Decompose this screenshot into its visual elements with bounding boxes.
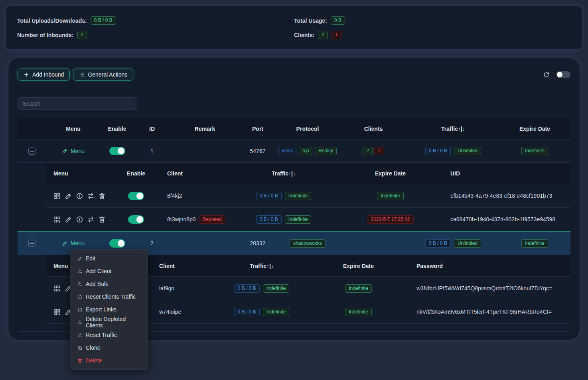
menu-lines-icon xyxy=(79,72,85,77)
stat-badge-usage: 0 B xyxy=(331,16,345,25)
client-uid: efb14b43-4a79-4e83-ef18-e48cf1901b73 xyxy=(450,193,552,199)
inbound-1-port: 54767 xyxy=(250,148,266,154)
stat-number-of-inbounds: Number of Inbounds: 2 xyxy=(17,31,294,39)
stat-badge-clients-active: 2 xyxy=(318,31,328,39)
inbound-2-enable-toggle[interactable] xyxy=(109,239,125,248)
header-client-traffic-sort[interactable]: Traffic↑|↓ xyxy=(226,163,341,184)
menu-item-label: Add Bulk xyxy=(86,281,108,287)
header-menu: Menu xyxy=(46,118,100,139)
menu-item-clone[interactable]: Clone xyxy=(70,341,148,354)
client-traffic-limit-badge: Indefinite xyxy=(263,284,290,293)
edit-client-icon[interactable] xyxy=(65,216,72,223)
reset-traffic-icon[interactable] xyxy=(87,216,95,223)
client-uid: ca68470b-1940-437d-802b-1f9573e94598 xyxy=(450,216,555,222)
menu-item-label: Edit xyxy=(86,255,95,262)
menu-item-delete-depleted-clients[interactable]: Delete Depleted Clients xyxy=(70,316,148,329)
qr-code-icon[interactable] xyxy=(53,216,61,223)
delete-icon xyxy=(77,358,83,363)
client-password: w3NfbzUPf5WWd745Q8pvsmQrdrttT2lO6knuI7Di… xyxy=(416,285,552,291)
add-inbound-button[interactable]: Add Inbound xyxy=(18,69,70,81)
menu-item-reset-traffic[interactable]: Reset Traffic xyxy=(70,329,148,341)
delete-client-icon[interactable] xyxy=(98,192,106,200)
inbound-2-menu-button[interactable]: Menu xyxy=(62,240,85,246)
delete-depleted-clients-icon xyxy=(77,320,83,325)
traffic-limit-badge: Unlimited xyxy=(454,147,481,155)
stat-label-uploads: Total Uploads/Downloads: xyxy=(17,18,87,24)
theme-toggle[interactable] xyxy=(556,71,570,78)
edit-icon xyxy=(77,256,83,261)
protocol-badge: shadowsocks xyxy=(290,239,326,248)
client-name: w74ioipe xyxy=(159,309,181,315)
client-name: 8f4kj2 xyxy=(167,193,182,199)
header-client-traffic-sort[interactable]: Traffic↑|↓ xyxy=(216,255,308,276)
qr-code-icon[interactable] xyxy=(53,192,61,200)
info-icon[interactable] xyxy=(76,192,83,200)
collapse-inbound-1-button[interactable] xyxy=(28,148,36,155)
collapse-inbound-2-button[interactable] xyxy=(28,240,36,247)
inbounds-page: Total Uploads/Downloads: 0 B / 0 B Total… xyxy=(0,0,588,380)
header-traffic-sort[interactable]: Traffic↑|↓ xyxy=(407,118,499,139)
search-input[interactable] xyxy=(18,97,137,110)
inbound-2-port: 20332 xyxy=(250,240,266,246)
stat-total-usage: Total Usage: 0 B xyxy=(294,16,571,25)
stat-label-inbounds: Number of Inbounds: xyxy=(17,32,74,38)
menu-item-add-client[interactable]: Add Client xyxy=(70,265,148,278)
reset-traffic-icon[interactable] xyxy=(87,192,95,200)
edit-icon xyxy=(62,148,68,154)
stat-label-clients: Clients: xyxy=(294,32,314,38)
toolbar: Add Inbound General Actions xyxy=(18,69,570,81)
header-port: Port xyxy=(240,118,276,139)
header-enable: Enable xyxy=(100,118,134,139)
clients-1-header-row: Menu Enable Client Traffic↑|↓ Expire Dat… xyxy=(46,163,570,184)
add-inbound-label: Add Inbound xyxy=(32,71,64,78)
plus-icon xyxy=(24,72,29,77)
client-enable-toggle[interactable] xyxy=(128,192,144,200)
qr-code-icon[interactable] xyxy=(53,285,61,292)
delete-client-icon[interactable] xyxy=(98,216,106,223)
menu-item-export-links[interactable]: Export Links xyxy=(70,303,148,316)
add-bulk-icon xyxy=(77,282,83,287)
client-traffic-badge: 0 B / 0 B xyxy=(256,192,282,200)
header-id: ID xyxy=(134,118,170,139)
header-client-name: Client xyxy=(156,163,226,184)
inbound-2-id: 2 xyxy=(150,240,154,246)
edit-icon xyxy=(62,240,68,246)
stat-total-uploads-downloads: Total Uploads/Downloads: 0 B / 0 B xyxy=(17,16,294,25)
header-expand xyxy=(18,118,46,139)
header-client-name: Client xyxy=(152,255,216,276)
info-icon[interactable] xyxy=(76,216,83,223)
menu-item-delete[interactable]: Delete xyxy=(70,354,148,367)
client-enable-toggle[interactable] xyxy=(128,215,144,224)
client-name: 8t3wjnn8p0 xyxy=(167,216,196,222)
client-traffic-limit-badge: Indefinite xyxy=(285,215,312,224)
client-expire-badge: Indefinite xyxy=(345,308,372,316)
header-client-expire: Expire Date xyxy=(341,163,439,184)
client-row-8t3wjnn8p0: 8t3wjnn8p0 Depleted 0 B / 0 B Indefinite… xyxy=(46,208,570,231)
client-traffic-badge: 0 B / 0 B xyxy=(256,215,282,224)
inbound-1-enable-toggle[interactable] xyxy=(109,147,125,155)
client-depleted-badge: Depleted xyxy=(199,215,225,224)
general-actions-button[interactable]: General Actions xyxy=(73,69,133,81)
protocol-badge: vless xyxy=(278,147,296,155)
client-traffic-limit-badge: Indefinite xyxy=(263,308,290,316)
inbound-1-menu-button[interactable]: Menu xyxy=(62,148,85,154)
menu-item-label: Export Links xyxy=(86,306,116,313)
client-name: laf9go xyxy=(159,285,174,291)
qr-code-icon[interactable] xyxy=(53,308,61,316)
menu-item-add-bulk[interactable]: Add Bulk xyxy=(70,278,148,290)
client-row-8f4kj2: 8f4kj2 0 B / 0 B Indefinite Indefinite e… xyxy=(46,184,570,208)
inbound-1-id: 1 xyxy=(150,148,154,154)
header-expire-date: Expire Date xyxy=(499,118,570,139)
menu-item-reset-clients-traffic[interactable]: Reset Clients Traffic xyxy=(70,290,148,303)
refresh-icon[interactable] xyxy=(543,71,550,78)
clients-depleted-badge: 1 xyxy=(374,147,384,155)
reset-traffic-icon xyxy=(77,333,83,338)
expire-badge: Indefinite xyxy=(521,147,548,155)
menu-item-edit[interactable]: Edit xyxy=(70,252,148,265)
menu-item-label: Reset Clients Traffic xyxy=(86,293,136,300)
stats-panel: Total Uploads/Downloads: 0 B / 0 B Total… xyxy=(6,6,582,50)
client-expire-badge: Indefinite xyxy=(345,284,372,293)
traffic-limit-badge: Unlimited xyxy=(454,239,481,248)
menu-item-label: Reset Traffic xyxy=(86,332,117,338)
edit-client-icon[interactable] xyxy=(65,192,72,200)
